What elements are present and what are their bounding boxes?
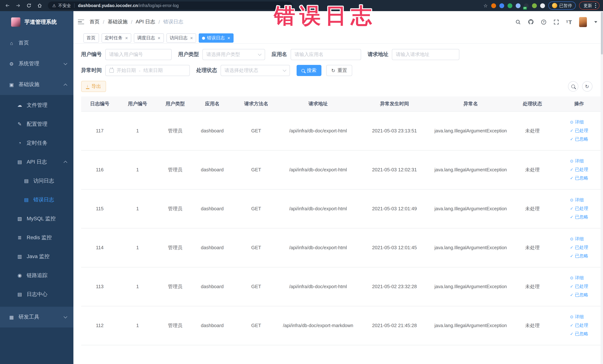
request-url-label: 请求地址 bbox=[368, 51, 388, 58]
close-icon[interactable]: × bbox=[158, 35, 160, 40]
action-ignored[interactable]: ✓ 已忽略 bbox=[570, 214, 588, 220]
browser-update-button[interactable]: 更新 bbox=[579, 1, 599, 10]
action-detail[interactable]: ⊙ 详细 bbox=[570, 197, 584, 203]
sidebar-item-链路追踪[interactable]: ◉ 链路追踪 bbox=[0, 266, 73, 285]
close-icon[interactable]: × bbox=[227, 35, 230, 40]
eye-icon: ⊙ bbox=[570, 198, 573, 202]
collapse-sidebar-icon[interactable] bbox=[78, 20, 84, 24]
cell-time: 2021-05-02 23:32:28 bbox=[355, 267, 434, 306]
sidebar-item-研发工具[interactable]: ▦ 研发工具 bbox=[0, 307, 73, 328]
exception-time-label: 异常时间 bbox=[81, 67, 102, 74]
app-name-input[interactable]: 请输入应用名 bbox=[290, 49, 361, 60]
fullscreen-icon[interactable] bbox=[554, 19, 559, 25]
action-detail[interactable]: ⊙ 详细 bbox=[570, 314, 584, 320]
browser-forward-button[interactable] bbox=[14, 2, 22, 9]
extension-puzzle-icon[interactable] bbox=[540, 3, 545, 8]
sidebar-menu-top: ⌂ 首页 ⚙ 系统管理 ▣ 基础设施 bbox=[0, 33, 73, 95]
sidebar-item-定时任务[interactable]: ◔ 定时任务 bbox=[0, 133, 73, 153]
search-icon[interactable] bbox=[515, 19, 521, 25]
home-icon bbox=[37, 3, 42, 8]
action-ignored[interactable]: ✓ 已忽略 bbox=[570, 175, 588, 181]
action-ignored[interactable]: ✓ 已忽略 bbox=[570, 253, 588, 259]
cell-id: 116 bbox=[81, 150, 118, 189]
sidebar-item-API-日志[interactable]: ▤ API 日志 bbox=[0, 153, 73, 171]
action-processed[interactable]: ✓ 已处理 bbox=[570, 322, 588, 329]
sidebar-item-MySQL-监控[interactable]: ▧ MySQL 监控 bbox=[0, 209, 73, 228]
search-button[interactable]: 搜索 bbox=[296, 65, 321, 76]
page-scrollbar[interactable] bbox=[600, 11, 603, 364]
action-ignored[interactable]: ✓ 已忽略 bbox=[570, 136, 588, 142]
action-processed[interactable]: ✓ 已处理 bbox=[570, 166, 588, 173]
app-logo-row[interactable]: 芋道管理系统 bbox=[0, 11, 73, 33]
breadcrumb-item[interactable]: 基础设施 bbox=[108, 19, 128, 25]
process-status-select[interactable]: 请选择处理状态 bbox=[220, 65, 290, 76]
browser-back-button[interactable] bbox=[4, 2, 11, 9]
tab-错误日志[interactable]: 错误日志 × bbox=[199, 33, 233, 43]
extension-grid-icon[interactable] bbox=[515, 3, 520, 8]
bookmark-star-icon[interactable]: ☆ bbox=[483, 3, 488, 8]
export-button[interactable]: ↓ 导出 bbox=[81, 81, 106, 92]
action-ignored[interactable]: ✓ 已忽略 bbox=[570, 292, 588, 298]
action-ignored[interactable]: ✓ 已忽略 bbox=[570, 331, 588, 337]
breadcrumb-item[interactable]: API 日志 bbox=[136, 19, 155, 25]
github-icon[interactable] bbox=[528, 19, 534, 25]
close-icon[interactable]: × bbox=[125, 35, 128, 40]
action-processed[interactable]: ✓ 已处理 bbox=[570, 283, 588, 290]
url-path: /infra/log/api-error-log bbox=[138, 3, 179, 8]
extension-dark-on-icon[interactable]: on bbox=[524, 3, 529, 8]
user-avatar[interactable] bbox=[579, 17, 587, 27]
action-detail[interactable]: ⊙ 详细 bbox=[570, 275, 584, 281]
close-icon[interactable]: × bbox=[190, 35, 193, 40]
sidebar-item-基础设施[interactable]: ▣ 基础设施 bbox=[0, 74, 73, 95]
sidebar-item-Redis-监控[interactable]: ≣ Redis 监控 bbox=[0, 228, 73, 247]
cell-method: GET bbox=[231, 189, 282, 228]
sidebar-item-错误日志[interactable]: ▤ 错误日志 bbox=[0, 190, 73, 209]
action-processed[interactable]: ✓ 已处理 bbox=[570, 128, 588, 134]
address-bar[interactable]: ⚠ 不安全 dashboard.yudao.iocoder.cn /infra/… bbox=[48, 1, 292, 10]
chevron-down-icon[interactable] bbox=[594, 21, 597, 23]
extension-green-v-icon[interactable] bbox=[507, 3, 512, 8]
sidebar-item-文件管理[interactable]: ☁ 文件管理 bbox=[0, 96, 73, 115]
action-detail[interactable]: ⊙ 详细 bbox=[570, 119, 584, 125]
exception-time-range-picker[interactable]: 开始日期 - 结束日期 bbox=[105, 65, 190, 76]
extension-orange-icon[interactable] bbox=[491, 3, 496, 8]
refresh-icon: ↻ bbox=[331, 68, 335, 73]
browser-reload-button[interactable] bbox=[25, 2, 33, 9]
user-type-select[interactable]: 请选择用户类型 bbox=[202, 49, 265, 60]
tab-定时任务[interactable]: 定时任务 × bbox=[101, 33, 131, 43]
refresh-table-button[interactable]: ↻ bbox=[582, 81, 592, 92]
extension-plant-icon[interactable] bbox=[532, 3, 537, 8]
action-detail[interactable]: ⊙ 详细 bbox=[570, 236, 584, 242]
sidebar-item-访问日志[interactable]: ▤ 访问日志 bbox=[0, 171, 73, 190]
sidebar-item-Java-监控[interactable]: ▥ Java 监控 bbox=[0, 247, 73, 266]
action-processed[interactable]: ✓ 已处理 bbox=[570, 244, 588, 251]
extension-blue-shield-icon[interactable] bbox=[499, 3, 504, 8]
browser-toolbar: ⚠ 不安全 dashboard.yudao.iocoder.cn /infra/… bbox=[0, 0, 603, 11]
sidebar-item-系统管理[interactable]: ⚙ 系统管理 bbox=[0, 53, 73, 74]
action-processed[interactable]: ✓ 已处理 bbox=[570, 205, 588, 212]
action-detail[interactable]: ⊙ 详细 bbox=[570, 158, 584, 164]
cell-id: 113 bbox=[81, 267, 118, 306]
request-url-input[interactable]: 请输入请求地址 bbox=[392, 49, 459, 60]
breadcrumb-item[interactable]: 首页 bbox=[90, 19, 100, 25]
extension-icons: on bbox=[491, 3, 545, 8]
font-size-icon[interactable]: TT bbox=[566, 19, 572, 25]
user-id-input[interactable]: 请输入用户编号 bbox=[105, 49, 172, 60]
browser-home-button[interactable] bbox=[36, 2, 43, 9]
sidebar-item-日志中心[interactable]: ▤ 日志中心 bbox=[0, 285, 73, 304]
kebab-menu-icon[interactable] bbox=[595, 3, 596, 8]
sidebar-item-配置管理[interactable]: ✎ 配置管理 bbox=[0, 115, 73, 133]
scrollbar-thumb[interactable] bbox=[601, 12, 603, 55]
toggle-search-button[interactable] bbox=[568, 81, 578, 92]
sidebar-item-首页[interactable]: ⌂ 首页 bbox=[0, 33, 73, 53]
tab-首页[interactable]: 首页 bbox=[83, 33, 99, 43]
tab-调度日志[interactable]: 调度日志 × bbox=[134, 33, 164, 43]
filter-row-2: 异常时间 开始日期 - 结束日期 处理状态 请选择处理状态 bbox=[81, 65, 600, 76]
cell-actions: ⊙ 详细 ✓ 已处理 ✓ 已忽略 bbox=[558, 228, 600, 267]
paused-extension-pill[interactable]: 已暂停 bbox=[548, 1, 576, 10]
tab-访问日志[interactable]: 访问日志 × bbox=[166, 33, 196, 43]
help-icon[interactable]: ? bbox=[541, 19, 546, 25]
reset-button[interactable]: ↻ 重置 bbox=[326, 65, 352, 76]
check-icon: ✓ bbox=[570, 207, 573, 211]
cell-app-name: dashboard bbox=[194, 267, 231, 306]
